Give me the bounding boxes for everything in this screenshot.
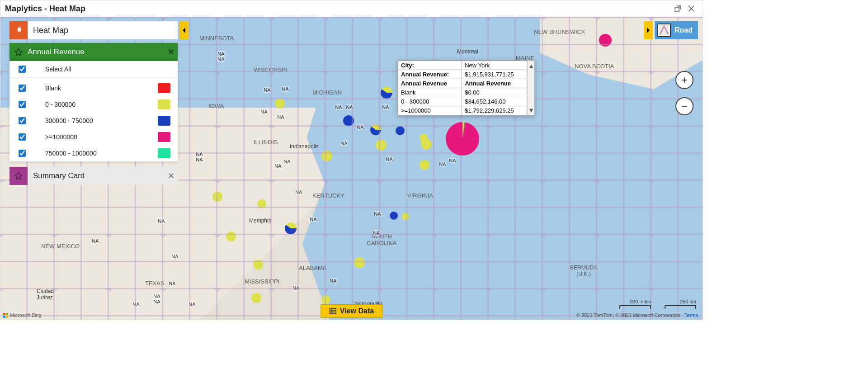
heatmap-title: Heat Map [33, 26, 68, 35]
tooltip-row: 0 - 300000 $34,652,146.00 [398, 97, 527, 106]
select-all-checkbox[interactable] [19, 66, 26, 73]
legend-checkbox[interactable] [19, 117, 26, 124]
map-marker[interactable] [376, 140, 387, 151]
map-marker[interactable] [396, 126, 405, 135]
na-marker: NA [171, 254, 179, 259]
legend-item-label: 300000 - 750000 [35, 117, 150, 124]
view-data-label: View Data [340, 307, 374, 315]
collapse-right-button[interactable] [644, 21, 653, 39]
map-marker[interactable] [321, 151, 332, 161]
legend-item[interactable]: Blank [9, 80, 178, 96]
na-marker: NANA [195, 151, 203, 162]
legend-checkbox[interactable] [19, 101, 26, 108]
side-panel: Heat Map Annual Revenue ✕ Select All [9, 21, 178, 185]
tooltip-city-value: New York [462, 61, 527, 70]
legend-item-label: 0 - 300000 [35, 101, 150, 108]
legend-swatch [158, 99, 170, 109]
map-marker[interactable] [226, 231, 236, 241]
map-marker[interactable] [275, 99, 285, 109]
map-type-button[interactable]: Road [655, 21, 698, 39]
tooltip-city-label: City: [398, 61, 462, 70]
map-label: ILLINOIS [254, 139, 278, 146]
scroll-down-icon[interactable]: ▾ [529, 106, 533, 114]
na-marker: NA [283, 159, 291, 164]
map-marker[interactable] [257, 199, 266, 208]
flame-icon [9, 21, 28, 39]
chevron-right-icon [646, 27, 651, 34]
map-marker[interactable] [420, 160, 429, 170]
tooltip-rev-label: Annual Revenue: [398, 70, 462, 79]
window-pop-out-button[interactable] [671, 2, 684, 15]
map-label: Ciudad Juárez [37, 288, 54, 301]
map-marker[interactable] [343, 115, 354, 126]
bing-label: Microsoft Bing [10, 312, 42, 318]
na-marker: NA [168, 281, 176, 286]
zoom-controls: + − [675, 71, 693, 115]
map-label: Memphis [249, 217, 271, 224]
tooltip-scrollbar[interactable]: ▴ ▾ [527, 61, 534, 115]
select-all-label: Select All [35, 66, 170, 73]
bing-attribution: Microsoft Bing [3, 312, 42, 318]
legend-item[interactable]: 300000 - 750000 [9, 113, 178, 129]
na-marker: NA [260, 109, 268, 114]
tooltip-card: City: New York Annual Revenue: $1,915,93… [397, 60, 535, 116]
chevron-left-icon [181, 27, 187, 34]
summary-close-button[interactable]: ✕ [164, 171, 178, 181]
zoom-in-button[interactable]: + [675, 71, 693, 89]
summary-card-title: Summary Card [28, 171, 164, 180]
legend-header[interactable]: Annual Revenue ✕ [9, 43, 178, 61]
map-marker[interactable] [390, 212, 398, 220]
map-marker[interactable] [599, 34, 612, 47]
map-lakes [190, 30, 299, 94]
map-marker[interactable] [321, 295, 330, 304]
legend-item[interactable]: >=1000000 [9, 129, 178, 145]
window-close-button[interactable] [684, 2, 698, 15]
legend-checkbox[interactable] [19, 133, 26, 141]
microsoft-icon [3, 313, 8, 318]
scroll-up-icon[interactable]: ▴ [529, 61, 533, 70]
legend-item-label: >=1000000 [35, 133, 150, 141]
legend-swatch [158, 116, 170, 126]
content-area: MINNESOTA WISCONSIN MICHIGAN IOWA ILLINO… [0, 17, 703, 320]
zoom-out-button[interactable]: − [675, 97, 693, 115]
map-marker[interactable] [370, 124, 381, 135]
legend-item-label: Blank [35, 85, 150, 92]
map-marker[interactable] [402, 213, 409, 220]
map-marker[interactable] [285, 222, 297, 234]
legend-title: Annual Revenue [28, 47, 164, 57]
scale-km: 250 km [665, 305, 696, 309]
na-marker: NA [132, 302, 140, 307]
map-marker[interactable] [212, 192, 222, 202]
map-marker[interactable] [381, 87, 392, 99]
view-data-button[interactable]: View Data [321, 304, 382, 318]
scale-bar: 200 miles 250 km [619, 305, 696, 309]
table-icon [329, 308, 336, 314]
legend-swatch [158, 148, 170, 158]
terms-link[interactable]: Terms [684, 312, 698, 318]
legend-item[interactable]: 0 - 300000 [9, 96, 178, 113]
legend-checkbox[interactable] [19, 150, 26, 157]
tooltip-col2: Annual Revenue [462, 79, 527, 88]
summary-card-header[interactable]: Summary Card ✕ [9, 167, 178, 185]
na-marker: NA [157, 218, 165, 224]
legend-select-all[interactable]: Select All [9, 61, 178, 77]
map-marker-new-york[interactable] [446, 122, 479, 156]
tooltip-row: >=1000000 $1,792,229,625.25 [398, 106, 527, 115]
map-marker[interactable] [251, 293, 261, 303]
legend-item[interactable]: 750000 - 1000000 [9, 145, 178, 161]
minus-icon: − [681, 100, 688, 113]
heatmap-header[interactable]: Heat Map [9, 21, 178, 39]
legend-close-button[interactable]: ✕ [164, 47, 178, 57]
map-marker[interactable] [421, 139, 432, 150]
star-icon [9, 167, 28, 185]
na-marker: NA [274, 163, 282, 169]
map-marker[interactable] [354, 257, 365, 268]
legend-item-label: 750000 - 1000000 [35, 150, 150, 157]
scale-miles: 200 miles [619, 305, 651, 309]
na-marker: NA [295, 189, 302, 195]
map-marker[interactable] [253, 260, 263, 269]
legend-checkbox[interactable] [19, 85, 26, 92]
star-icon [9, 43, 28, 61]
tooltip-row: Blank $0.00 [398, 88, 527, 97]
collapse-left-button[interactable] [179, 21, 189, 39]
